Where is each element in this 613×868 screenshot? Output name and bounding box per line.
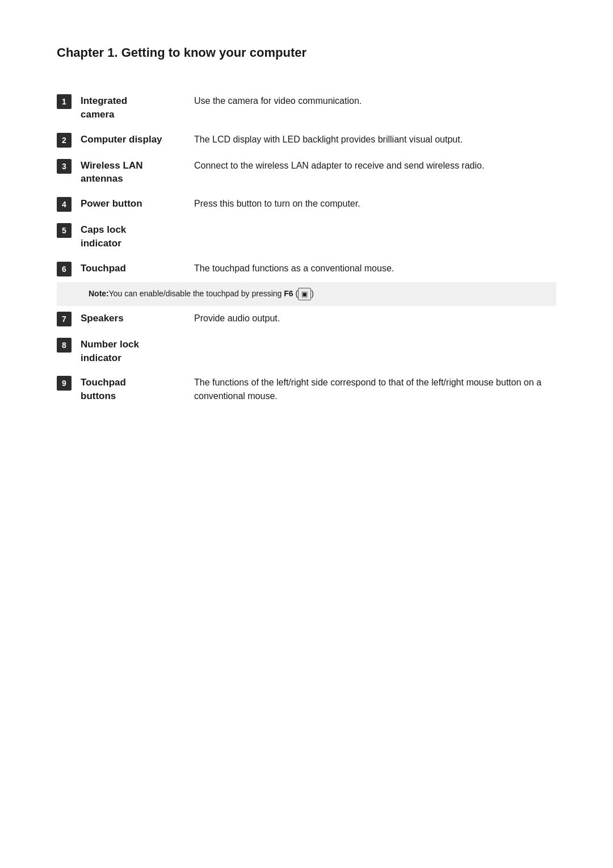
item-badge-3: 3 [57,159,72,174]
table-row: 9 Touchpadbuttons The functions of the l… [57,370,556,409]
desc-5 [194,217,556,256]
table-row: 4 Power button Press this button to turn… [57,191,556,217]
note-label: Note: [89,289,109,298]
desc-9: The functions of the left/right side cor… [194,370,556,409]
term-8: Number lockindicator [81,332,194,371]
note-row: Note:You can enable/disable the touchpad… [57,282,556,306]
item-badge-9: 9 [57,376,72,391]
desc-4: Press this button to turn on the compute… [194,191,556,217]
term-5: Caps lockindicator [81,217,194,256]
table-row: 6 Touchpad The touchpad functions as a c… [57,256,556,282]
items-table: 1 Integratedcamera Use the camera for vi… [57,89,556,409]
term-3: Wireless LANantennas [81,153,194,192]
desc-7: Provide audio output. [194,306,556,332]
term-2: Computer display [81,127,194,153]
table-row: 1 Integratedcamera Use the camera for vi… [57,89,556,127]
term-7: Speakers [81,306,194,332]
term-4: Power button [81,191,194,217]
desc-8 [194,332,556,371]
item-badge-6: 6 [57,262,72,276]
item-badge-2: 2 [57,133,72,148]
chapter-title: Chapter 1. Getting to know your computer [57,45,556,60]
desc-6: The touchpad functions as a conventional… [194,256,556,282]
item-badge-1: 1 [57,94,72,109]
table-row: 2 Computer display The LCD display with … [57,127,556,153]
table-row: 7 Speakers Provide audio output. [57,306,556,332]
term-9: Touchpadbuttons [81,370,194,409]
f6-key-icon: ▣ [298,288,311,300]
table-row: 3 Wireless LANantennas Connect to the wi… [57,153,556,192]
item-badge-8: 8 [57,338,72,353]
desc-2: The LCD display with LED backlight provi… [194,127,556,153]
item-badge-4: 4 [57,197,72,212]
table-row: 5 Caps lockindicator [57,217,556,256]
item-badge-5: 5 [57,223,72,238]
desc-1: Use the camera for video communication. [194,89,556,127]
term-1: Integratedcamera [81,89,194,127]
term-6: Touchpad [81,256,194,282]
table-row: 8 Number lockindicator [57,332,556,371]
item-badge-7: 7 [57,312,72,326]
note-text: Note:You can enable/disable the touchpad… [81,282,556,306]
desc-3: Connect to the wireless LAN adapter to r… [194,153,556,192]
